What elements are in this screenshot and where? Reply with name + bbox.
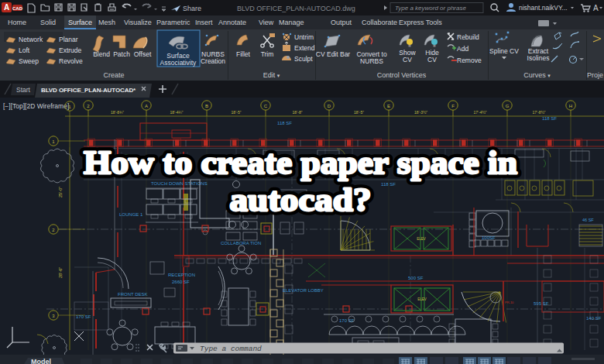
svg-text:18’-5”: 18’-5” (232, 110, 242, 115)
svg-text:NURBS: NURBS (360, 57, 383, 65)
svg-text:Isolines: Isolines (527, 54, 550, 62)
svg-text:Add: Add (457, 45, 468, 53)
svg-text:Untrim: Untrim (294, 33, 314, 41)
svg-text:17’-8½”: 17’-8½” (533, 110, 546, 115)
svg-text:BLVD OFFICE_PLAN-AUTOCAD*: BLVD OFFICE_PLAN-AUTOCAD* (41, 87, 136, 94)
svg-text:ELEV: ELEV (417, 297, 427, 301)
svg-text:1: 1 (68, 105, 71, 109)
svg-text:G: G (506, 104, 510, 108)
svg-text:nishant.naikVY...: nishant.naikVY... (519, 4, 568, 12)
svg-text:TOUCH DOWN STATIONS: TOUCH DOWN STATIONS (151, 181, 208, 186)
svg-text:3: 3 (52, 314, 55, 318)
svg-text:18’-3½”: 18’-3½” (414, 110, 427, 115)
svg-text:CAD: CAD (12, 6, 23, 11)
svg-text:COLLABORA TION: COLLABORA TION (221, 241, 261, 246)
svg-text:2660 SF: 2660 SF (172, 280, 190, 284)
svg-text:118 SF: 118 SF (277, 121, 292, 125)
svg-text:Sweep: Sweep (19, 57, 39, 65)
svg-text:autocad?: autocad? (230, 181, 372, 218)
svg-text:Extrude: Extrude (59, 46, 82, 54)
svg-text:Type a command: Type a command (200, 345, 262, 353)
svg-text:ELEVATOR LOBBY: ELEVATOR LOBBY (283, 288, 324, 293)
svg-text:118 SF: 118 SF (542, 116, 557, 121)
svg-text:18’-5”: 18’-5” (354, 110, 364, 115)
svg-text:18’-8¾”: 18’-8¾” (111, 110, 124, 115)
svg-text:46 SF: 46 SF (582, 218, 594, 222)
svg-text:17’-4½”: 17’-4½” (474, 110, 487, 115)
svg-text:CV: CV (403, 56, 412, 64)
svg-text:H: H (569, 104, 572, 108)
svg-text:170 SF: 170 SF (76, 314, 91, 319)
svg-text:Type a keyword or phrase: Type a keyword or phrase (395, 5, 466, 12)
svg-text:F: F (451, 104, 455, 108)
svg-text:Revolve: Revolve (59, 57, 83, 65)
svg-text:A: A (145, 104, 148, 108)
svg-text:Share: Share (183, 5, 201, 12)
svg-text:18’-8”: 18’-8” (293, 110, 303, 115)
svg-text:A: A (4, 3, 9, 12)
svg-text:Sculpt: Sculpt (294, 55, 313, 63)
svg-text:Model: Model (31, 358, 51, 364)
svg-text:Creation: Creation (201, 57, 225, 65)
svg-text:Start: Start (16, 86, 31, 94)
svg-text:18’-4¼”: 18’-4¼” (170, 110, 184, 115)
svg-text:CV Edit Bar: CV Edit Bar (316, 50, 351, 58)
svg-text:How to create paper space in: How to create paper space in (84, 144, 517, 180)
svg-text:CV: CV (427, 56, 437, 64)
svg-text:PR-10: PR-10 (505, 300, 514, 304)
svg-text:Planar: Planar (59, 36, 78, 43)
svg-text:LOUNGE 1: LOUNGE 1 (119, 212, 143, 217)
svg-text:Fillet: Fillet (236, 50, 251, 58)
svg-text:BLVD OFFICE_PLAN-AUTOCAD.dwg: BLVD OFFICE_PLAN-AUTOCAD.dwg (237, 5, 355, 12)
svg-text:2: 2 (87, 104, 90, 108)
svg-text:ELEV: ELEV (417, 237, 426, 241)
svg-text:C: C (264, 104, 268, 108)
svg-text:Offset: Offset (134, 50, 152, 58)
svg-text:118 SF: 118 SF (381, 182, 396, 187)
svg-text:Blend: Blend (93, 50, 110, 58)
svg-text:A: A (593, 4, 599, 12)
svg-text:500 SF: 500 SF (408, 276, 424, 280)
svg-text:100SF: 100SF (482, 235, 496, 240)
svg-text:Network: Network (19, 36, 43, 43)
svg-text:28’-6”: 28’-6” (58, 267, 63, 278)
svg-text:[−][Top][2D Wireframe]: [−][Top][2D Wireframe] (3, 102, 69, 110)
svg-text:Extend: Extend (294, 44, 315, 52)
svg-text:Loft: Loft (19, 46, 30, 54)
svg-text:Patch: Patch (113, 50, 130, 58)
svg-text:Associativity: Associativity (160, 59, 197, 67)
svg-text:RECEPTION: RECEPTION (168, 273, 195, 277)
svg-text:Rebuild: Rebuild (457, 33, 479, 41)
svg-text:B: B (205, 104, 208, 108)
svg-text:25’-0”: 25’-0” (58, 187, 63, 197)
svg-text:2: 2 (52, 228, 55, 232)
svg-text:140 SF: 140 SF (586, 316, 602, 321)
svg-text:E: E (387, 104, 390, 108)
svg-text:1: 1 (52, 139, 55, 144)
svg-text:FRONT DESK: FRONT DESK (118, 292, 148, 297)
svg-text:Remove: Remove (457, 57, 482, 64)
svg-text:Trim: Trim (261, 50, 274, 58)
svg-text:D: D (328, 104, 331, 108)
svg-text:Spline CV: Spline CV (489, 47, 519, 55)
